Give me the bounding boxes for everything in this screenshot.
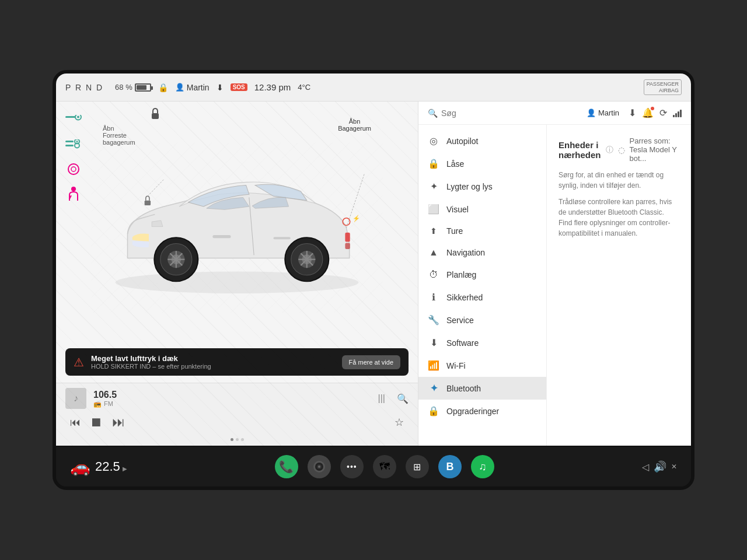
phone-icon[interactable]: 📞 xyxy=(275,455,298,478)
svg-point-45 xyxy=(318,466,320,468)
autopilot-icon: ◎ xyxy=(428,135,439,146)
spotify-icon[interactable]: ♫ xyxy=(471,455,494,478)
navigation-label: Navigation xyxy=(446,248,485,257)
signal-icon xyxy=(673,109,682,117)
sikkerhed-icon: ℹ xyxy=(428,292,439,303)
menu-item-navigation[interactable]: ▲ Navigation xyxy=(418,242,546,264)
menu-item-visuel[interactable]: ⬜ Visuel xyxy=(418,198,546,220)
bluetooth-section-title: Enheder i nærheden xyxy=(558,140,601,160)
info-icon[interactable]: ⓘ xyxy=(606,145,613,155)
menu-item-service[interactable]: 🔧 Service xyxy=(418,309,546,331)
search-bar: 🔍 👤 Martin ⬇ 🔔 ⟳ xyxy=(418,102,691,125)
autopilot-label: Autopilot xyxy=(446,136,478,146)
opgraderinger-icon: 🔒 xyxy=(428,405,439,416)
time-display: 12.39 pm xyxy=(254,82,291,92)
bluetooth-header: Enheder i nærheden ⓘ ◌ Parres som: Tesla… xyxy=(558,136,679,163)
search-container: 🔍 xyxy=(428,108,575,118)
camera-icon[interactable] xyxy=(308,455,331,478)
temp-up-arrow[interactable]: ▶ xyxy=(123,466,127,472)
svg-rect-35 xyxy=(212,235,231,238)
left-panel: Åbn Forreste bagagerum Åbn Bagagerum xyxy=(56,102,418,446)
ture-label: Ture xyxy=(446,226,463,236)
bluetooth-desc-2: Trådløse controllere kan parres, hvis de… xyxy=(558,197,679,239)
download-icon: ⬇ xyxy=(217,83,224,92)
menu-item-laase[interactable]: 🔒 Låse xyxy=(418,152,546,175)
svg-rect-33 xyxy=(345,233,350,242)
menu-item-opgraderinger[interactable]: 🔒 Opgraderinger xyxy=(418,400,546,422)
laase-icon: 🔒 xyxy=(428,158,439,169)
sikkerhed-label: Sikkerhed xyxy=(446,293,483,302)
taskbar-icons: 📞 ••• 🗺 ⊞ B ♫ xyxy=(275,455,494,478)
header-icons: ⬇ 🔔 ⟳ xyxy=(629,107,682,118)
wifi-label: Wi-Fi xyxy=(446,361,466,370)
sos-badge[interactable]: SOS xyxy=(231,83,247,91)
volume-control: ◁ 🔊 ✕ xyxy=(642,460,677,473)
taskbar: 🚗 22.5 ▶ 📞 ••• 🗺 xyxy=(56,446,691,487)
search-icon: 🔍 xyxy=(428,108,438,118)
settings-sidebar: ◎ Autopilot 🔒 Låse ✦ Lygter og lys ⬜ Vis… xyxy=(418,125,547,446)
visuel-icon: ⬜ xyxy=(428,204,439,215)
bluetooth-desc-1: Sørg for, at din enhed er tændt og synli… xyxy=(558,170,679,191)
mute-icon[interactable]: ✕ xyxy=(671,463,677,471)
prnd-display: P R N D xyxy=(65,83,103,92)
bluetooth-taskbar-icon[interactable]: B xyxy=(438,455,462,478)
menu-item-ture[interactable]: ⬆ Ture xyxy=(418,220,546,242)
bluetooth-spinner: ◌ xyxy=(618,145,625,155)
taskbar-left: 🚗 22.5 ▶ xyxy=(70,457,127,477)
download-header-icon[interactable]: ⬇ xyxy=(629,107,636,118)
svg-rect-34 xyxy=(345,243,350,249)
search-user-icon: 👤 xyxy=(587,108,596,117)
status-bar: P R N D 68 % 🔒 👤 Martin ⬇ SOS 12.39 pm 4… xyxy=(56,74,691,102)
passenger-airbag-label: PASSENGER AIRBAG xyxy=(644,79,682,96)
speaker-icon[interactable]: 🔊 xyxy=(654,460,666,473)
right-panel: 🔍 👤 Martin ⬇ 🔔 ⟳ xyxy=(418,102,691,446)
lock-icon: 🔒 xyxy=(158,83,168,92)
bluetooth-header-icon[interactable]: ⟳ xyxy=(659,107,667,118)
main-content: Åbn Forreste bagagerum Åbn Bagagerum xyxy=(56,102,691,446)
more-icon[interactable]: ••• xyxy=(340,455,364,478)
spotify-symbol: ♫ xyxy=(479,461,487,473)
menu-item-bluetooth[interactable]: ✦ Bluetooth xyxy=(418,377,546,400)
svg-rect-36 xyxy=(274,237,291,239)
notification-dot xyxy=(651,107,654,110)
battery-icon xyxy=(135,83,151,92)
menu-item-software[interactable]: ⬇ Software xyxy=(418,331,546,354)
front-trunk-label[interactable]: Åbn Forreste bagagerum xyxy=(103,125,135,146)
ture-icon: ⬆ xyxy=(428,226,439,236)
software-icon: ⬇ xyxy=(428,337,439,348)
volume-icon[interactable]: ◁ xyxy=(642,461,649,473)
maps-symbol: 🗺 xyxy=(379,461,390,473)
tesla-dashboard: P R N D 68 % 🔒 👤 Martin ⬇ SOS 12.39 pm 4… xyxy=(53,70,694,490)
search-user-display[interactable]: 👤 Martin xyxy=(587,108,619,117)
maps-icon[interactable]: 🗺 xyxy=(373,455,396,478)
temp-display: 4°C xyxy=(298,83,310,92)
menu-item-planlaeg[interactable]: ⏱ Planlæg xyxy=(418,264,546,286)
temp-controls: ▶ xyxy=(123,466,127,472)
battery-percentage: 68 % xyxy=(115,83,132,92)
user-name-top: Martin xyxy=(187,83,210,92)
battery-display: 68 % xyxy=(115,83,151,92)
grid-icon[interactable]: ⊞ xyxy=(406,455,429,478)
svg-text:⚡: ⚡ xyxy=(352,215,360,222)
trunk-label[interactable]: Åbn Bagagerum xyxy=(338,118,371,132)
menu-item-wifi[interactable]: 📶 Wi-Fi xyxy=(418,354,546,377)
menu-item-autopilot[interactable]: ◎ Autopilot xyxy=(418,130,546,152)
user-display[interactable]: 👤 Martin xyxy=(175,83,210,92)
taskbar-car-icon[interactable]: 🚗 xyxy=(70,457,90,477)
bluetooth-paired-label: Parres som: Tesla Model Y bot... xyxy=(630,136,679,163)
svg-rect-12 xyxy=(152,113,159,119)
bluetooth-settings-panel: Enheder i nærheden ⓘ ◌ Parres som: Tesla… xyxy=(547,125,691,446)
settings-content: ◎ Autopilot 🔒 Låse ✦ Lygter og lys ⬜ Vis… xyxy=(418,125,691,446)
temperature-display: 22.5 ▶ xyxy=(95,459,127,474)
software-label: Software xyxy=(446,338,479,348)
menu-item-sikkerhed[interactable]: ℹ Sikkerhed xyxy=(418,286,546,309)
search-input[interactable] xyxy=(441,108,575,118)
grid-symbol: ⊞ xyxy=(413,461,421,473)
service-label: Service xyxy=(446,316,474,325)
lygter-label: Lygter og lys xyxy=(446,182,493,191)
dots-icon: ••• xyxy=(347,462,357,471)
laase-label: Låse xyxy=(446,159,464,169)
notification-icon[interactable]: 🔔 xyxy=(642,107,654,118)
menu-item-lygter[interactable]: ✦ Lygter og lys xyxy=(418,175,546,198)
wifi-icon: 📶 xyxy=(428,360,439,371)
